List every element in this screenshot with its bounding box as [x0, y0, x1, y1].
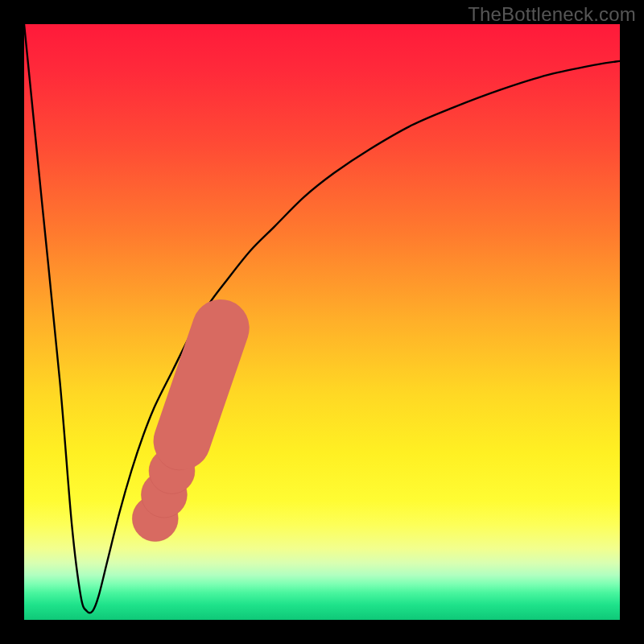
- marker-group: [132, 328, 221, 541]
- bottleneck-curve: [24, 24, 620, 613]
- plot-area: [24, 24, 620, 620]
- watermark-text: TheBottleneck.com: [468, 3, 636, 26]
- marker-segment: [182, 328, 221, 441]
- chart-frame: TheBottleneck.com: [0, 0, 644, 644]
- curve-layer: [24, 24, 620, 620]
